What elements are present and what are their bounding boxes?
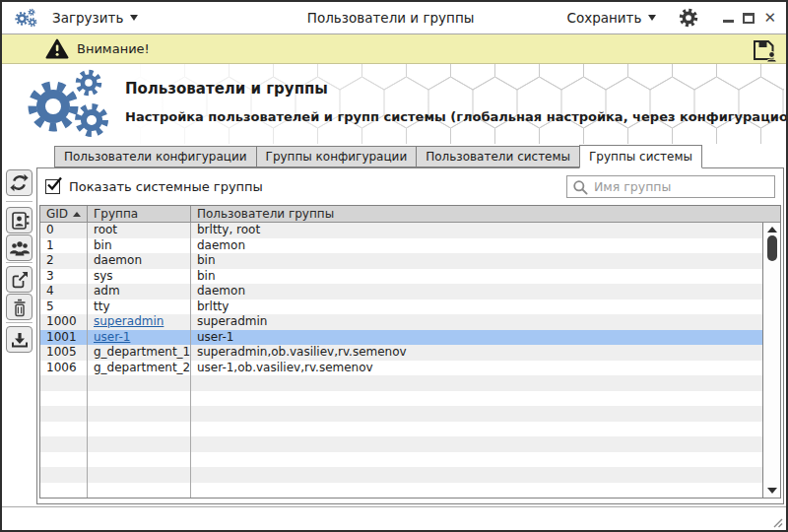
add-user-button[interactable] — [6, 207, 33, 233]
cell-users: daemon — [191, 284, 762, 299]
cell-gid: 1 — [40, 238, 88, 254]
delete-button[interactable] — [6, 294, 33, 320]
load-menu-button[interactable]: Загрузить — [52, 10, 138, 26]
tab-config-users[interactable]: Пользователи конфигурации — [54, 146, 257, 167]
cell-group — [88, 406, 191, 422]
maximize-button[interactable] — [743, 13, 755, 24]
cell-group: daemon — [88, 253, 191, 269]
cell-users: bin — [191, 253, 762, 269]
cell-users — [191, 391, 762, 407]
page-subtitle: Настройка пользователей и групп системы … — [125, 109, 786, 124]
cell-group: root — [88, 223, 191, 238]
add-group-button[interactable] — [6, 234, 33, 261]
table-row[interactable]: 1005g_department_1superadmin,ob.vasiliev… — [40, 345, 762, 361]
table-row-filler — [40, 483, 762, 499]
cell-gid — [40, 375, 88, 391]
table-row-filler — [40, 467, 762, 483]
tab-label: Группы конфигурации — [266, 150, 408, 164]
settings-gear-icon[interactable] — [678, 7, 699, 29]
cell-gid: 0 — [40, 223, 88, 238]
cell-gid: 2 — [40, 253, 88, 269]
export-icon — [10, 270, 30, 290]
table-row[interactable]: 2daemonbin — [40, 253, 762, 269]
table-header: GID Группа Пользователи группы — [40, 206, 780, 223]
tab-system-groups[interactable]: Группы системы — [579, 145, 702, 168]
save-config-user-icon[interactable] — [752, 38, 777, 62]
cell-gid: 1005 — [40, 345, 88, 361]
cell-group: adm — [88, 284, 191, 299]
tab-system-users[interactable]: Пользователи системы — [416, 146, 580, 167]
column-header-gid[interactable]: GID — [40, 206, 88, 222]
cell-gid — [40, 391, 88, 407]
export-button[interactable] — [6, 266, 33, 293]
show-system-groups-checkbox[interactable] — [45, 179, 60, 194]
table-row[interactable]: 4admdaemon — [40, 284, 762, 299]
table-row[interactable]: 0rootbrltty, root — [40, 223, 762, 238]
warning-label: Внимание! — [77, 41, 150, 56]
cell-users — [191, 436, 762, 452]
cell-group: g_department_2 — [88, 361, 191, 376]
tab-label: Группы системы — [589, 150, 692, 164]
scroll-up-icon[interactable] — [767, 227, 777, 233]
cell-users: brltty, root — [191, 223, 762, 238]
resize-grip[interactable] — [771, 516, 783, 528]
minimize-button[interactable] — [723, 20, 734, 23]
chevron-down-icon — [130, 15, 138, 21]
cell-gid: 1006 — [40, 361, 88, 376]
close-button[interactable]: ✕ — [763, 12, 776, 24]
group-link[interactable]: user-1 — [94, 330, 130, 344]
tab-label: Пользователи системы — [426, 150, 570, 164]
tab-label: Пользователи конфигурации — [64, 150, 247, 164]
groups-table: GID Группа Пользователи группы 0rootbrlt… — [39, 205, 781, 499]
refresh-icon — [10, 173, 29, 192]
status-bar — [2, 506, 786, 530]
cell-group — [88, 483, 191, 499]
cell-gid — [40, 483, 88, 499]
cell-users — [191, 406, 762, 422]
table-row[interactable]: 3sysbin — [40, 269, 762, 285]
table-row[interactable]: 5ttybrltty — [40, 299, 762, 315]
title-bar: Загрузить Пользователи и группы Сохранит… — [2, 2, 786, 34]
download-button[interactable] — [6, 326, 33, 353]
cell-group — [88, 467, 191, 483]
cell-group: user-1 — [88, 330, 191, 346]
search-icon — [572, 179, 588, 195]
scrollbar-thumb[interactable] — [767, 235, 777, 261]
scroll-down-icon[interactable] — [767, 488, 777, 494]
tab-panel-system-groups: Показать системные группы GID — [36, 167, 784, 504]
page-title: Пользователи и группы — [125, 80, 328, 98]
column-header-users[interactable]: Пользователи группы — [191, 206, 780, 222]
cell-users: bin — [191, 269, 762, 285]
vertical-scrollbar[interactable] — [762, 223, 780, 498]
show-system-groups-label[interactable]: Показать системные группы — [69, 179, 263, 194]
tab-config-groups[interactable]: Группы конфигурации — [256, 146, 418, 167]
toolbar-separator — [6, 322, 33, 323]
table-row[interactable]: 1001user-1user-1 — [40, 330, 762, 346]
group-search-input[interactable] — [594, 179, 769, 194]
column-header-group[interactable]: Группа — [88, 206, 191, 222]
show-system-groups-toggle[interactable]: Показать системные группы — [45, 179, 263, 194]
save-menu-button[interactable]: Сохранить — [566, 10, 656, 26]
cell-users: user-1 — [191, 330, 762, 346]
table-row[interactable]: 1000superadminsuperadmin — [40, 314, 762, 330]
warning-triangle-icon — [45, 38, 69, 59]
cell-group — [88, 391, 191, 407]
sort-ascending-icon — [73, 212, 81, 217]
cell-group — [88, 452, 191, 468]
checkmark-icon — [46, 176, 63, 191]
group-search-box — [566, 175, 775, 198]
table-body: 0rootbrltty, root1bindaemon2daemonbin3sy… — [40, 223, 762, 498]
cell-gid: 1000 — [40, 314, 88, 330]
warning-bar: Внимание! — [2, 34, 786, 64]
cell-users: superadmin — [191, 314, 762, 330]
refresh-button[interactable] — [6, 169, 33, 196]
app-gears-logo-large-icon — [16, 67, 114, 140]
download-icon — [10, 331, 30, 349]
table-row[interactable]: 1006g_department_2user-1,ob.vasiliev,rv.… — [40, 361, 762, 376]
user-group-icon — [9, 239, 31, 257]
cell-gid — [40, 467, 88, 483]
cell-gid — [40, 422, 88, 437]
load-menu-label: Загрузить — [52, 10, 123, 26]
table-row[interactable]: 1bindaemon — [40, 238, 762, 254]
group-link[interactable]: superadmin — [94, 314, 164, 328]
